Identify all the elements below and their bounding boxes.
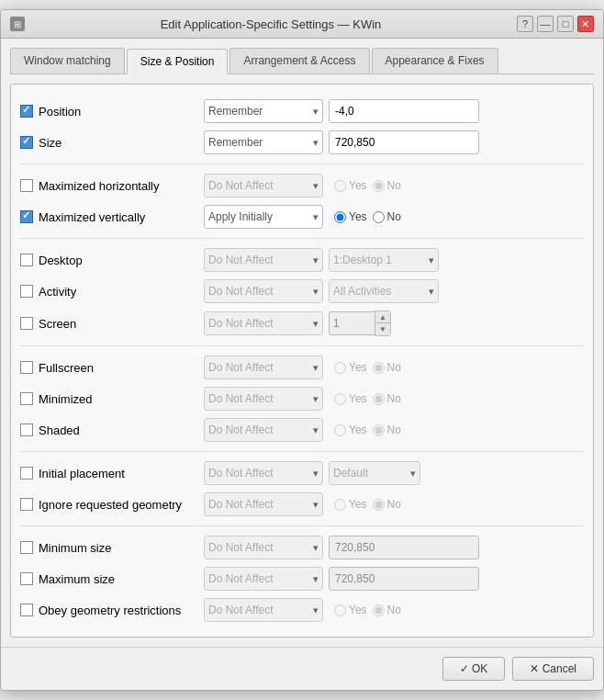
row-minimized: Minimized Do Not Affect Yes No (20, 383, 584, 414)
tab-appearance-fixes[interactable]: Appearance & Fixes (372, 48, 498, 73)
minimum-size-dropdown-wrapper: Do Not Affect (204, 536, 323, 559)
maximized-h-dropdown[interactable]: Do Not Affect Apply Initially Force (204, 174, 323, 198)
shaded-no-label: No (373, 423, 401, 436)
row-maximized-v: Maximized vertically Apply Initially Rem… (20, 201, 584, 232)
row-initial-placement: Initial placement Do Not Affect Default (20, 457, 584, 489)
ignore-geometry-no-label: No (373, 498, 401, 511)
shaded-no-radio[interactable] (373, 424, 385, 436)
maximized-h-no-radio[interactable] (373, 180, 385, 192)
minimized-no-label: No (373, 392, 401, 405)
maximized-v-dropdown[interactable]: Apply Initially Remember Do Not Affect F… (204, 205, 323, 229)
minimum-size-dropdown[interactable]: Do Not Affect (204, 536, 323, 559)
minimize-button[interactable]: — (537, 16, 554, 32)
obey-geometry-no-radio[interactable] (373, 604, 385, 616)
row-obey-geometry: Obey geometry restrictions Do Not Affect… (20, 594, 584, 626)
maximized-h-yes-radio[interactable] (334, 180, 346, 192)
position-dropdown[interactable]: Remember Apply Initially Do Not Affect F… (204, 99, 323, 123)
tab-window-matching[interactable]: Window matching (10, 48, 125, 73)
tab-arrangement-access[interactable]: Arrangement & Access (229, 48, 369, 73)
activity-dropdown[interactable]: Do Not Affect (204, 279, 323, 303)
maximum-size-controls: Do Not Affect (204, 567, 584, 591)
initial-placement-checkbox[interactable] (20, 467, 33, 480)
minimized-yes-radio[interactable] (334, 393, 346, 405)
ignore-geometry-radio-group: Yes No (334, 498, 401, 511)
initial-placement-value-wrapper: Default (329, 461, 420, 485)
ignore-geometry-yes-radio[interactable] (334, 499, 346, 511)
cancel-button[interactable]: ✕ Cancel (512, 657, 594, 681)
maximum-size-checkbox[interactable] (20, 572, 33, 585)
minimum-size-checkbox[interactable] (20, 541, 33, 554)
titlebar-buttons: ? — □ ✕ (517, 16, 594, 32)
screen-checkbox[interactable] (20, 317, 33, 330)
desktop-label: Desktop (39, 254, 83, 267)
minimized-checkbox[interactable] (20, 392, 33, 405)
shaded-yes-label: Yes (334, 423, 367, 436)
activity-value-dropdown[interactable]: All Activities (329, 279, 439, 303)
activity-controls: Do Not Affect All Activities (204, 279, 584, 303)
obey-geometry-yes-radio[interactable] (334, 604, 346, 616)
ignore-geometry-dropdown[interactable]: Do Not Affect (204, 492, 323, 516)
obey-geometry-checkbox[interactable] (20, 604, 33, 616)
screen-spin-input[interactable] (329, 311, 375, 335)
maximized-v-checkbox[interactable] (20, 210, 33, 223)
size-label: Size (39, 136, 62, 150)
fullscreen-yes-label: Yes (334, 361, 367, 374)
maximum-size-dropdown[interactable]: Do Not Affect (204, 567, 323, 591)
size-value-input[interactable] (329, 130, 479, 154)
initial-placement-label-container: Initial placement (20, 467, 204, 480)
maximum-size-input[interactable] (329, 567, 479, 591)
size-checkbox[interactable] (20, 136, 33, 149)
titlebar: ⊞ Edit Application-Specific Settings — K… (1, 10, 603, 39)
separator-2 (20, 238, 584, 239)
initial-placement-label[interactable]: Initial placement (39, 467, 125, 480)
row-fullscreen: Fullscreen Do Not Affect Yes No (20, 352, 584, 383)
maximized-v-no-radio[interactable] (373, 211, 385, 223)
shaded-yes-radio[interactable] (334, 424, 346, 436)
maximized-v-yes-radio[interactable] (334, 211, 346, 223)
titlebar-left: ⊞ (10, 17, 25, 31)
separator-5 (20, 525, 584, 526)
desktop-checkbox[interactable] (20, 254, 33, 266)
activity-checkbox[interactable] (20, 285, 33, 298)
position-checkbox[interactable] (20, 105, 33, 118)
row-desktop: Desktop Do Not Affect 1:Desktop 1 (20, 244, 584, 276)
activity-value-wrapper: All Activities (329, 279, 439, 303)
desktop-dropdown[interactable]: Do Not Affect (204, 248, 323, 272)
size-dropdown[interactable]: Remember Apply Initially Do Not Affect F… (204, 130, 323, 154)
initial-placement-dropdown[interactable]: Do Not Affect (204, 461, 323, 485)
fullscreen-no-radio[interactable] (373, 362, 385, 374)
maximized-v-radio-group: Yes No (334, 210, 401, 223)
shaded-dropdown-wrapper: Do Not Affect (204, 418, 323, 442)
minimized-dropdown[interactable]: Do Not Affect (204, 387, 323, 411)
obey-geometry-dropdown[interactable]: Do Not Affect (204, 598, 323, 622)
separator-4 (20, 451, 584, 452)
ignore-geometry-checkbox[interactable] (20, 498, 33, 511)
maximized-h-checkbox[interactable] (20, 179, 33, 192)
position-dropdown-wrapper: Remember Apply Initially Do Not Affect F… (204, 99, 323, 123)
fullscreen-no-label: No (373, 361, 401, 374)
shaded-dropdown[interactable]: Do Not Affect (204, 418, 323, 442)
ok-button[interactable]: ✓ OK (442, 657, 506, 681)
minimum-size-input[interactable] (329, 536, 479, 559)
minimized-radio-group: Yes No (334, 392, 401, 405)
position-value-input[interactable] (329, 99, 479, 123)
fullscreen-dropdown[interactable]: Do Not Affect (204, 356, 323, 379)
close-button[interactable]: ✕ (577, 16, 594, 32)
screen-spin-up[interactable]: ▲ (375, 311, 390, 323)
shaded-label-container: Shaded (20, 423, 204, 437)
minimized-no-radio[interactable] (373, 393, 385, 405)
desktop-value-dropdown[interactable]: 1:Desktop 1 (329, 248, 439, 272)
initial-placement-dropdown-wrapper: Do Not Affect (204, 461, 323, 485)
help-button[interactable]: ? (517, 16, 533, 32)
screen-dropdown[interactable]: Do Not Affect (204, 311, 323, 335)
shaded-checkbox[interactable] (20, 423, 33, 436)
initial-placement-value-dropdown[interactable]: Default (329, 461, 420, 485)
fullscreen-checkbox[interactable] (20, 361, 33, 374)
maximize-button[interactable]: □ (557, 16, 574, 32)
ignore-geometry-no-radio[interactable] (373, 499, 385, 511)
row-screen: Screen Do Not Affect ▲ ▼ (20, 307, 584, 340)
screen-spinbox: ▲ ▼ (329, 310, 391, 336)
screen-spin-down[interactable]: ▼ (375, 323, 390, 335)
tab-size-position[interactable]: Size & Position (127, 49, 229, 74)
fullscreen-yes-radio[interactable] (334, 362, 346, 374)
